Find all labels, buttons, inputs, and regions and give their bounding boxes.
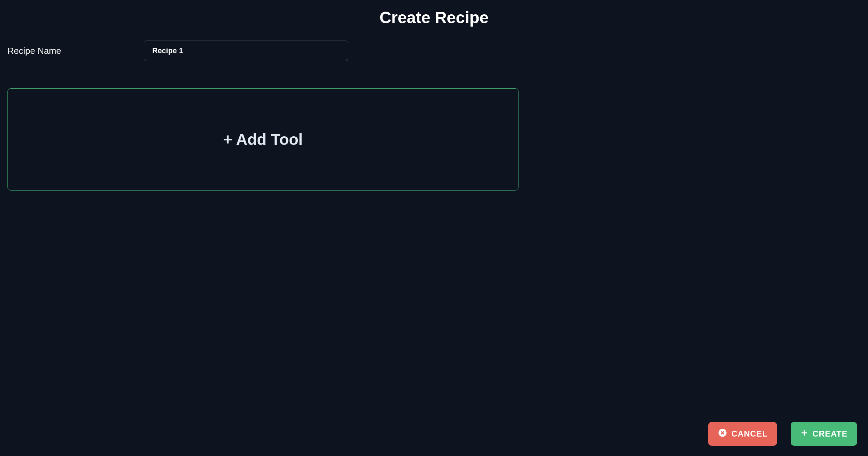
form-section: Recipe Name <box>0 27 868 68</box>
page-title: Create Recipe <box>0 0 868 27</box>
recipe-name-label: Recipe Name <box>7 46 130 56</box>
add-tool-button[interactable]: + Add Tool <box>7 88 518 191</box>
recipe-name-input[interactable] <box>144 41 348 61</box>
cancel-icon <box>718 428 727 440</box>
create-button[interactable]: CREATE <box>791 422 857 446</box>
footer-actions: CANCEL CREATE <box>708 422 857 446</box>
cancel-button[interactable]: CANCEL <box>708 422 777 446</box>
recipe-name-row: Recipe Name <box>7 41 861 61</box>
cancel-button-label: CANCEL <box>731 429 768 439</box>
plus-icon <box>800 429 808 439</box>
create-button-label: CREATE <box>812 429 848 439</box>
add-tool-label: + Add Tool <box>223 130 303 149</box>
